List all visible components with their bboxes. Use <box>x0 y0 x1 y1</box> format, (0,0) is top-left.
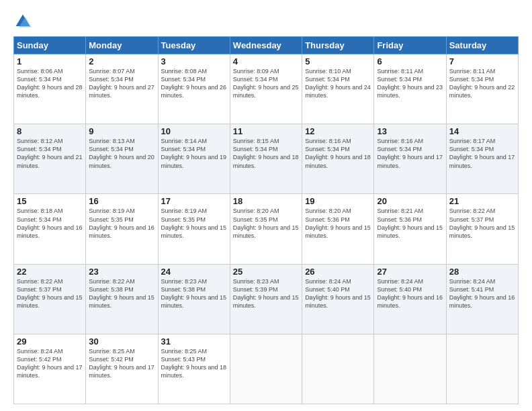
cell-info: Sunrise: 8:23 AM Sunset: 5:39 PM Dayligh… <box>233 277 299 310</box>
day-number: 12 <box>305 126 371 136</box>
cell-info: Sunrise: 8:16 AM Sunset: 5:34 PM Dayligh… <box>305 137 371 170</box>
cell-info: Sunrise: 8:25 AM Sunset: 5:42 PM Dayligh… <box>89 347 154 380</box>
calendar-cell: 18 Sunrise: 8:20 AM Sunset: 5:35 PM Dayl… <box>230 194 302 264</box>
day-number: 17 <box>161 196 227 206</box>
calendar-cell: 24 Sunrise: 8:23 AM Sunset: 5:38 PM Dayl… <box>158 264 230 334</box>
calendar-cell: 19 Sunrise: 8:20 AM Sunset: 5:36 PM Dayl… <box>302 194 374 264</box>
calendar-cell <box>446 334 518 404</box>
calendar-cell: 6 Sunrise: 8:11 AM Sunset: 5:34 PM Dayli… <box>374 54 446 124</box>
cell-info: Sunrise: 8:20 AM Sunset: 5:36 PM Dayligh… <box>305 207 371 240</box>
calendar-cell: 1 Sunrise: 8:06 AM Sunset: 5:34 PM Dayli… <box>14 54 86 124</box>
day-number: 30 <box>89 336 154 347</box>
day-header-sunday: Sunday <box>14 37 86 54</box>
day-number: 7 <box>449 56 515 66</box>
calendar-cell: 12 Sunrise: 8:16 AM Sunset: 5:34 PM Dayl… <box>302 124 374 194</box>
cell-info: Sunrise: 8:16 AM Sunset: 5:34 PM Dayligh… <box>377 137 443 170</box>
calendar-cell: 8 Sunrise: 8:12 AM Sunset: 5:34 PM Dayli… <box>14 124 86 194</box>
day-number: 13 <box>377 126 443 136</box>
calendar-cell: 14 Sunrise: 8:17 AM Sunset: 5:34 PM Dayl… <box>446 124 518 194</box>
calendar-cell: 28 Sunrise: 8:24 AM Sunset: 5:41 PM Dayl… <box>446 264 518 334</box>
day-header-monday: Monday <box>86 37 158 54</box>
week-row-3: 15 Sunrise: 8:18 AM Sunset: 5:34 PM Dayl… <box>14 194 519 264</box>
day-number: 16 <box>89 196 154 206</box>
calendar-cell: 11 Sunrise: 8:15 AM Sunset: 5:34 PM Dayl… <box>230 124 302 194</box>
calendar-cell: 17 Sunrise: 8:19 AM Sunset: 5:35 PM Dayl… <box>158 194 230 264</box>
logo-icon <box>13 12 32 31</box>
day-header-wednesday: Wednesday <box>230 37 302 54</box>
week-row-2: 8 Sunrise: 8:12 AM Sunset: 5:34 PM Dayli… <box>14 124 519 194</box>
day-number: 10 <box>161 126 227 136</box>
calendar-cell: 4 Sunrise: 8:09 AM Sunset: 5:34 PM Dayli… <box>230 54 302 124</box>
day-header-tuesday: Tuesday <box>158 37 230 54</box>
calendar-cell: 26 Sunrise: 8:24 AM Sunset: 5:40 PM Dayl… <box>302 264 374 334</box>
calendar-cell <box>302 334 374 404</box>
calendar-cell: 3 Sunrise: 8:08 AM Sunset: 5:34 PM Dayli… <box>158 54 230 124</box>
cell-info: Sunrise: 8:18 AM Sunset: 5:34 PM Dayligh… <box>17 207 83 240</box>
calendar-cell: 30 Sunrise: 8:25 AM Sunset: 5:42 PM Dayl… <box>86 334 158 404</box>
calendar-header-row: SundayMondayTuesdayWednesdayThursdayFrid… <box>14 37 519 54</box>
cell-info: Sunrise: 8:13 AM Sunset: 5:34 PM Dayligh… <box>89 137 154 170</box>
calendar-cell: 7 Sunrise: 8:11 AM Sunset: 5:34 PM Dayli… <box>446 54 518 124</box>
cell-info: Sunrise: 8:11 AM Sunset: 5:34 PM Dayligh… <box>449 67 515 100</box>
calendar-cell: 22 Sunrise: 8:22 AM Sunset: 5:37 PM Dayl… <box>14 264 86 334</box>
calendar-cell <box>230 334 302 404</box>
cell-info: Sunrise: 8:22 AM Sunset: 5:37 PM Dayligh… <box>449 207 515 240</box>
cell-info: Sunrise: 8:24 AM Sunset: 5:42 PM Dayligh… <box>17 347 83 380</box>
calendar-cell: 21 Sunrise: 8:22 AM Sunset: 5:37 PM Dayl… <box>446 194 518 264</box>
day-number: 2 <box>89 56 154 66</box>
calendar-cell: 25 Sunrise: 8:23 AM Sunset: 5:39 PM Dayl… <box>230 264 302 334</box>
cell-info: Sunrise: 8:24 AM Sunset: 5:41 PM Dayligh… <box>449 277 515 310</box>
cell-info: Sunrise: 8:21 AM Sunset: 5:36 PM Dayligh… <box>377 207 443 240</box>
cell-info: Sunrise: 8:24 AM Sunset: 5:40 PM Dayligh… <box>305 277 371 310</box>
cell-info: Sunrise: 8:22 AM Sunset: 5:37 PM Dayligh… <box>17 277 83 310</box>
cell-info: Sunrise: 8:08 AM Sunset: 5:34 PM Dayligh… <box>161 67 227 100</box>
day-number: 19 <box>305 196 371 206</box>
cell-info: Sunrise: 8:10 AM Sunset: 5:34 PM Dayligh… <box>305 67 371 100</box>
day-number: 31 <box>161 336 227 347</box>
day-number: 24 <box>161 267 227 277</box>
page: SundayMondayTuesdayWednesdayThursdayFrid… <box>0 0 532 411</box>
week-row-1: 1 Sunrise: 8:06 AM Sunset: 5:34 PM Dayli… <box>14 54 519 124</box>
cell-info: Sunrise: 8:15 AM Sunset: 5:34 PM Dayligh… <box>233 137 299 170</box>
calendar-cell: 27 Sunrise: 8:24 AM Sunset: 5:40 PM Dayl… <box>374 264 446 334</box>
cell-info: Sunrise: 8:22 AM Sunset: 5:38 PM Dayligh… <box>89 277 154 310</box>
day-number: 1 <box>17 56 83 66</box>
day-number: 9 <box>89 126 154 136</box>
cell-info: Sunrise: 8:06 AM Sunset: 5:34 PM Dayligh… <box>17 67 83 100</box>
day-header-saturday: Saturday <box>446 37 518 54</box>
calendar-cell: 9 Sunrise: 8:13 AM Sunset: 5:34 PM Dayli… <box>86 124 158 194</box>
day-number: 15 <box>17 196 83 206</box>
calendar-cell: 20 Sunrise: 8:21 AM Sunset: 5:36 PM Dayl… <box>374 194 446 264</box>
top-header <box>13 12 519 31</box>
calendar-cell: 13 Sunrise: 8:16 AM Sunset: 5:34 PM Dayl… <box>374 124 446 194</box>
day-number: 21 <box>449 196 515 206</box>
cell-info: Sunrise: 8:25 AM Sunset: 5:43 PM Dayligh… <box>161 347 227 380</box>
calendar-table: SundayMondayTuesdayWednesdayThursdayFrid… <box>13 36 519 404</box>
day-number: 25 <box>233 267 299 277</box>
day-header-friday: Friday <box>374 37 446 54</box>
day-header-thursday: Thursday <box>302 37 374 54</box>
day-number: 6 <box>377 56 443 66</box>
week-row-5: 29 Sunrise: 8:24 AM Sunset: 5:42 PM Dayl… <box>14 334 519 404</box>
cell-info: Sunrise: 8:11 AM Sunset: 5:34 PM Dayligh… <box>377 67 443 100</box>
cell-info: Sunrise: 8:17 AM Sunset: 5:34 PM Dayligh… <box>449 137 515 170</box>
calendar-cell: 10 Sunrise: 8:14 AM Sunset: 5:34 PM Dayl… <box>158 124 230 194</box>
cell-info: Sunrise: 8:24 AM Sunset: 5:40 PM Dayligh… <box>377 277 443 310</box>
day-number: 8 <box>17 126 83 136</box>
day-number: 27 <box>377 267 443 277</box>
cell-info: Sunrise: 8:19 AM Sunset: 5:35 PM Dayligh… <box>161 207 227 240</box>
day-number: 29 <box>17 336 83 347</box>
day-number: 28 <box>449 267 515 277</box>
day-number: 4 <box>233 56 299 66</box>
day-number: 5 <box>305 56 371 66</box>
calendar-cell: 15 Sunrise: 8:18 AM Sunset: 5:34 PM Dayl… <box>14 194 86 264</box>
day-number: 11 <box>233 126 299 136</box>
cell-info: Sunrise: 8:12 AM Sunset: 5:34 PM Dayligh… <box>17 137 83 170</box>
calendar-cell: 29 Sunrise: 8:24 AM Sunset: 5:42 PM Dayl… <box>14 334 86 404</box>
calendar-cell: 5 Sunrise: 8:10 AM Sunset: 5:34 PM Dayli… <box>302 54 374 124</box>
day-number: 22 <box>17 267 83 277</box>
day-number: 26 <box>305 267 371 277</box>
day-number: 14 <box>449 126 515 136</box>
calendar-cell: 2 Sunrise: 8:07 AM Sunset: 5:34 PM Dayli… <box>86 54 158 124</box>
cell-info: Sunrise: 8:09 AM Sunset: 5:34 PM Dayligh… <box>233 67 299 100</box>
